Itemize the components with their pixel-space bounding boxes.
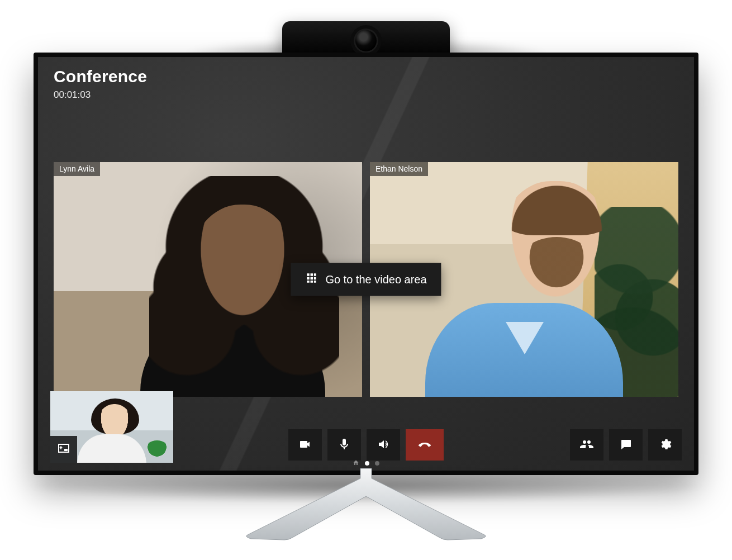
home-icon <box>353 458 359 468</box>
pip-swap-icon <box>57 442 70 457</box>
camera-icon <box>298 438 312 453</box>
mic-icon <box>338 438 351 453</box>
people-icon <box>580 438 593 453</box>
tv-frame: Conference 00:01:03 Lynn Avila <box>34 53 698 475</box>
page-title: Conference <box>54 67 147 86</box>
page-dot[interactable] <box>375 461 379 466</box>
screen: Conference 00:01:03 Lynn Avila <box>38 57 694 471</box>
participant-name-badge: Lynn Avila <box>54 162 100 176</box>
camera-button[interactable] <box>288 429 322 461</box>
call-duration: 00:01:03 <box>54 89 147 101</box>
grid-icon <box>305 272 317 287</box>
settings-button[interactable] <box>648 429 682 461</box>
shadow <box>22 469 710 503</box>
page-dot[interactable] <box>365 461 369 466</box>
self-view[interactable] <box>50 391 173 463</box>
center-controls <box>288 429 444 461</box>
overlay-label: Go to the video area <box>325 273 426 286</box>
participant-name-badge: Ethan Nelson <box>370 162 428 176</box>
hangup-button[interactable] <box>406 429 444 461</box>
chat-icon <box>619 438 633 453</box>
gear-icon <box>658 438 672 453</box>
go-to-video-area-button[interactable]: Go to the video area <box>291 263 441 296</box>
bottom-bar <box>38 396 694 471</box>
mic-button[interactable] <box>327 429 361 461</box>
self-view-swap-button[interactable] <box>50 436 77 463</box>
hangup-icon <box>418 438 431 453</box>
header: Conference 00:01:03 <box>54 67 147 101</box>
chat-button[interactable] <box>609 429 643 461</box>
speaker-button[interactable] <box>367 429 400 461</box>
speaker-icon <box>377 438 390 453</box>
video-grid: Lynn Avila Ethan Nelson Go to t <box>54 162 678 397</box>
right-controls <box>570 429 682 461</box>
page-indicator <box>353 458 379 468</box>
participants-button[interactable] <box>570 429 603 461</box>
